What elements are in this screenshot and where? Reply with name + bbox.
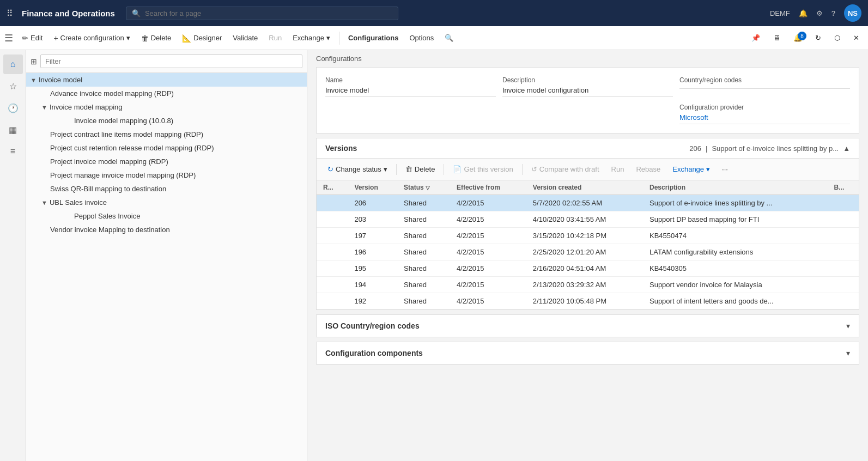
tree-item-1[interactable]: ▼Invoice model	[26, 73, 307, 87]
configurations-button[interactable]: Configurations	[344, 32, 403, 44]
badge-button[interactable]: 🔔 8	[789, 32, 806, 44]
tree-item-6[interactable]: Project cust retention release model map…	[26, 141, 307, 155]
cell-status: Shared	[397, 228, 450, 244]
config-components-section: Configuration components ▾	[316, 342, 859, 365]
tree-item-9[interactable]: Swiss QR-Bill mapping to destination	[26, 182, 307, 196]
cell-description: Support of intent letters and goods de..…	[643, 293, 828, 310]
table-row[interactable]: 194Shared4/2/20152/13/2020 03:29:32 AMSu…	[317, 277, 859, 293]
close-icon: ✕	[853, 34, 859, 42]
table-row[interactable]: 197Shared4/2/20153/15/2020 10:42:18 PMKB…	[317, 228, 859, 244]
version-run-button[interactable]: Run	[607, 163, 629, 175]
refresh-button[interactable]: ↻	[811, 32, 825, 44]
table-header-row: R... Version Status ▽ Effective from Ver…	[317, 180, 859, 195]
versions-section-header[interactable]: Versions 206 | Support of e-invoice line…	[317, 138, 859, 159]
sidebar-item-list[interactable]: ≡	[3, 142, 23, 161]
iso-section-header[interactable]: ISO Country/region codes ▾	[317, 315, 859, 337]
provider-value[interactable]: Microsoft	[679, 113, 850, 124]
version-table-scroll[interactable]: R... Version Status ▽ Effective from Ver…	[317, 180, 859, 310]
search-box[interactable]: 🔍	[126, 7, 398, 20]
help-icon[interactable]: ?	[831, 9, 835, 17]
sidebar-item-home[interactable]: ⌂	[3, 54, 23, 74]
name-value: Invoice model	[325, 86, 496, 97]
pin-button[interactable]: 📌	[747, 32, 764, 44]
version-exchange-button[interactable]: Exchange ▾	[668, 163, 714, 175]
cell-versionCreated: 5/7/2020 02:02:55 AM	[526, 195, 643, 211]
cell-version: 192	[348, 293, 397, 310]
cell-description: KB4550474	[643, 228, 828, 244]
table-row[interactable]: 203Shared4/2/20154/10/2020 03:41:55 AMSu…	[317, 211, 859, 228]
cell-versionCreated: 2/11/2020 10:05:48 PM	[526, 293, 643, 310]
versions-count-sep: |	[706, 144, 707, 153]
refresh-icon: ↻	[815, 34, 821, 42]
arrow-icon: ▼	[31, 77, 37, 83]
validate-button[interactable]: Validate	[228, 32, 262, 44]
options-button[interactable]: Options	[405, 32, 438, 44]
designer-button[interactable]: 📐 Designer	[178, 32, 226, 45]
get-version-icon: 📄	[453, 165, 462, 173]
table-row[interactable]: 206Shared4/2/20155/7/2020 02:02:55 AMSup…	[317, 195, 859, 211]
tree-item-3[interactable]: ▼Invoice model mapping	[26, 100, 307, 114]
compare-with-draft-button[interactable]: ↺ Compare with draft	[527, 163, 604, 175]
tree-item-7[interactable]: Project invoice model mapping (RDP)	[26, 155, 307, 168]
version-toolbar: ↻ Change status ▾ 🗑 Delete 📄 Get this ve…	[317, 159, 859, 180]
table-row[interactable]: 195Shared4/2/20152/16/2020 04:51:04 AMKB…	[317, 260, 859, 277]
settings-icon[interactable]: ⚙	[816, 9, 823, 17]
table-row[interactable]: 196Shared4/2/20152/25/2020 12:01:20 AMLA…	[317, 244, 859, 260]
cell-b	[828, 195, 859, 211]
version-delete-button[interactable]: 🗑 Delete	[401, 163, 440, 175]
cell-effectiveFrom: 4/2/2015	[450, 277, 526, 293]
cell-status: Shared	[397, 277, 450, 293]
grid-icon[interactable]: ⠿	[7, 8, 13, 19]
view-button[interactable]: 🖥	[769, 32, 785, 44]
cell-effectiveFrom: 4/2/2015	[450, 293, 526, 310]
exchange-button[interactable]: Exchange ▾	[288, 32, 335, 44]
filter-input[interactable]	[40, 54, 302, 68]
notification-icon[interactable]: 🔔	[799, 9, 808, 17]
compare-icon: ↺	[531, 165, 537, 173]
config-fields: Name Invoice model Description Invoice m…	[325, 76, 850, 124]
demf-label: DEMF	[770, 9, 790, 17]
more-options-button[interactable]: ···	[718, 163, 732, 175]
tree-item-4[interactable]: Invoice model mapping (10.0.8)	[26, 114, 307, 128]
version-delete-icon: 🗑	[405, 165, 412, 173]
right-icons: DEMF 🔔 ⚙ ? NS	[770, 4, 861, 22]
cell-description: Support of e-invoice lines splitting by …	[643, 195, 828, 211]
filter-icon: ⊞	[31, 57, 37, 66]
tree-item-12[interactable]: Vendor invoice Mapping to destination	[26, 223, 307, 236]
delete-button[interactable]: 🗑 Delete	[137, 32, 176, 45]
sidebar-item-favorites[interactable]: ☆	[3, 76, 23, 96]
config-components-header[interactable]: Configuration components ▾	[317, 342, 859, 364]
run-button[interactable]: Run	[264, 32, 286, 44]
exchange-chevron-icon: ▾	[326, 34, 330, 42]
create-config-button[interactable]: + Create configuration ▾	[49, 32, 134, 45]
cell-r	[317, 277, 348, 293]
search-input[interactable]	[145, 9, 392, 17]
tree-content: ▼Invoice modelAdvance invoice model mapp…	[26, 73, 307, 461]
hamburger-icon[interactable]: ☰	[4, 32, 13, 44]
tree-item-5[interactable]: Project contract line items model mappin…	[26, 128, 307, 141]
sidebar-item-recent[interactable]: 🕐	[3, 98, 23, 118]
rebase-button[interactable]: Rebase	[632, 163, 665, 175]
tree-item-label: Peppol Sales Invoice	[74, 212, 140, 220]
versions-collapse-icon: ▲	[843, 144, 850, 153]
tree-item-2[interactable]: Advance invoice model mapping (RDP)	[26, 87, 307, 100]
avatar[interactable]: NS	[844, 4, 861, 22]
search-bar-toggle[interactable]: 🔍	[440, 32, 458, 44]
col-version-created: Version created	[526, 180, 643, 195]
tree-panel: ⊞ ▼Invoice modelAdvance invoice model ma…	[26, 50, 307, 461]
cell-b	[828, 244, 859, 260]
open-button[interactable]: ⬡	[830, 32, 845, 44]
tree-item-11[interactable]: Peppol Sales Invoice	[26, 209, 307, 223]
sidebar-item-workspace[interactable]: ▦	[3, 120, 23, 139]
cell-version: 203	[348, 211, 397, 228]
change-status-button[interactable]: ↻ Change status ▾	[323, 163, 392, 175]
cell-description: Support DP based mapping for FTI	[643, 211, 828, 228]
tree-item-8[interactable]: Project manage invoice model mapping (RD…	[26, 168, 307, 182]
close-button[interactable]: ✕	[849, 32, 864, 44]
table-row[interactable]: 192Shared4/2/20152/11/2020 10:05:48 PMSu…	[317, 293, 859, 310]
tree-item-label: Advance invoice model mapping (RDP)	[50, 89, 174, 98]
tree-item-10[interactable]: ▼UBL Sales invoice	[26, 196, 307, 209]
edit-icon: ✏	[22, 34, 28, 43]
get-this-version-button[interactable]: 📄 Get this version	[448, 163, 517, 175]
edit-button[interactable]: ✏ Edit	[17, 32, 47, 45]
